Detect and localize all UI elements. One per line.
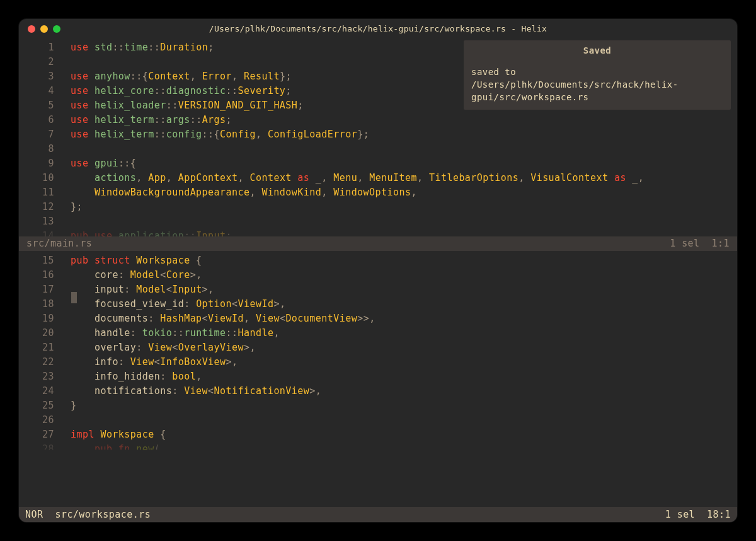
line-number: 20 — [19, 326, 71, 340]
window-controls — [28, 25, 60, 33]
code-line[interactable]: 21 overlay: View<OverlayView>, — [19, 340, 737, 355]
code-line[interactable]: 14pub use application::Input; — [19, 229, 737, 236]
code-line[interactable]: 12}; — [19, 200, 737, 214]
line-number: 23 — [19, 369, 71, 384]
line-number: 5 — [19, 98, 71, 113]
line-number: 3 — [19, 69, 71, 84]
status-position: 1 sel 18:1 — [665, 508, 731, 522]
code-line[interactable]: 9use gpui::{ — [19, 156, 737, 171]
code-line[interactable]: 28 pub fn new( — [19, 442, 737, 450]
code-line[interactable]: 20 handle: tokio::runtime::Handle, — [19, 326, 737, 340]
line-number: 26 — [19, 413, 71, 428]
code-line[interactable]: 8 — [19, 142, 737, 156]
line-number: 8 — [19, 142, 71, 156]
close-icon[interactable] — [28, 25, 35, 33]
code-line[interactable]: 15pub struct Workspace { — [19, 253, 737, 268]
line-number: 16 — [19, 268, 71, 282]
statusline: NOR src/workspace.rs 1 sel 18:1 — [19, 507, 737, 522]
code-line[interactable]: 13 — [19, 214, 737, 229]
line-number: 12 — [19, 200, 71, 214]
line-number: 15 — [19, 253, 71, 268]
line-number: 1 — [19, 40, 71, 55]
line-number: 17 — [19, 282, 71, 297]
line-number: 24 — [19, 384, 71, 398]
minimize-icon[interactable] — [40, 25, 48, 33]
inactive-position: 1 sel 1:1 — [670, 236, 730, 251]
code-line[interactable]: 23 info_hidden: bool, — [19, 369, 737, 384]
code-line[interactable]: 17 input: Model<Input>, — [19, 282, 737, 297]
code-line[interactable]: 16 core: Model<Core>, — [19, 268, 737, 282]
line-number: 7 — [19, 127, 71, 142]
line-number: 25 — [19, 398, 71, 413]
line-number: 28 — [19, 442, 71, 450]
line-number: 4 — [19, 84, 71, 98]
mode-indicator: NOR — [25, 508, 43, 522]
zoom-icon[interactable] — [53, 25, 60, 33]
code-line[interactable]: 18 focused_view_id: Option<ViewId>, — [19, 297, 737, 311]
editor-area[interactable]: 1use std::time::Duration;23use anyhow::{… — [19, 38, 737, 507]
inactive-file: src/main.rs — [26, 236, 92, 251]
line-number: 6 — [19, 113, 71, 127]
notification-title: Saved — [471, 44, 723, 57]
code-line[interactable]: 19 documents: HashMap<ViewId, View<Docum… — [19, 311, 737, 326]
code-line[interactable]: 11 WindowBackgroundAppearance, WindowKin… — [19, 185, 737, 200]
line-number: 21 — [19, 340, 71, 355]
lower-pane[interactable]: 15pub struct Workspace {16 core: Model<C… — [19, 251, 737, 450]
notification-popup: Saved saved to /Users/plhk/Documents/src… — [464, 40, 731, 110]
code-line[interactable]: 22 info: View<InfoBoxView>, — [19, 355, 737, 369]
inactive-statusline: src/main.rs 1 sel 1:1 — [19, 236, 737, 251]
line-number: 13 — [19, 214, 71, 229]
code-line[interactable]: 27impl Workspace { — [19, 428, 737, 442]
window-title: /Users/plhk/Documents/src/hack/helix-gpu… — [209, 21, 547, 36]
editor-window: /Users/plhk/Documents/src/hack/helix-gpu… — [19, 19, 737, 522]
line-number: 18 — [19, 297, 71, 311]
line-number: 14 — [19, 229, 71, 236]
titlebar[interactable]: /Users/plhk/Documents/src/hack/helix-gpu… — [19, 19, 737, 38]
code-line[interactable]: 10 actions, App, AppContext, Context as … — [19, 171, 737, 185]
code-line[interactable]: 25} — [19, 398, 737, 413]
line-number: 9 — [19, 156, 71, 171]
notification-body: saved to /Users/plhk/Documents/src/hack/… — [471, 66, 723, 103]
line-number: 2 — [19, 55, 71, 69]
code-line[interactable]: 7use helix_term::config::{Config, Config… — [19, 127, 737, 142]
line-number: 10 — [19, 171, 71, 185]
code-line[interactable]: 26 — [19, 413, 737, 428]
status-file: src/workspace.rs — [55, 508, 151, 522]
line-number: 19 — [19, 311, 71, 326]
code-line[interactable]: 6use helix_term::args::Args; — [19, 113, 737, 127]
code-line[interactable]: 24 notifications: View<NotificationView>… — [19, 384, 737, 398]
line-number: 27 — [19, 428, 71, 442]
line-number: 11 — [19, 185, 71, 200]
cursor — [71, 292, 77, 303]
line-number: 22 — [19, 355, 71, 369]
